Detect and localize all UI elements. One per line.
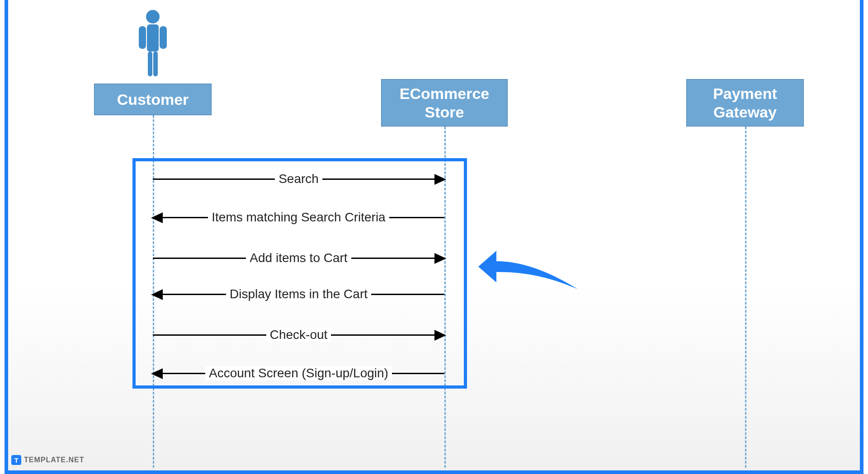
actor-ecommerce-store: ECommerce Store: [381, 79, 508, 127]
actor-ecommerce-label-1: ECommerce: [400, 84, 489, 103]
actor-ecommerce-label-2: Store: [425, 103, 464, 122]
watermark-badge-icon: T: [11, 455, 21, 465]
selection-highlight: [132, 158, 467, 389]
message-items-matching: Items matching Search Criteria: [153, 217, 444, 218]
actor-payment-gateway: Payment Gateway: [686, 79, 804, 127]
watermark-text: TEMPLATE.NET: [24, 456, 84, 464]
svg-rect-2: [139, 26, 146, 49]
actor-customer-label: Customer: [117, 90, 189, 109]
message-items-matching-label: Items matching Search Criteria: [208, 210, 389, 224]
actor-customer: Customer: [94, 84, 212, 115]
actor-payment-label-1: Payment: [713, 84, 777, 103]
callout-arrow-icon: [469, 239, 587, 294]
actor-payment-label-2: Gateway: [713, 103, 777, 122]
message-add-to-cart: Add items to Cart: [153, 258, 444, 259]
message-checkout-label: Check-out: [266, 328, 331, 342]
svg-rect-5: [153, 52, 158, 76]
message-display-cart: Display Items in the Cart: [153, 294, 444, 295]
svg-point-0: [146, 10, 160, 23]
watermark: T TEMPLATE.NET: [11, 455, 84, 465]
message-display-cart-label: Display Items in the Cart: [226, 287, 371, 301]
customer-actor-icon: [137, 9, 169, 81]
diagram-frame: Customer ECommerce Store Payment Gateway…: [5, 0, 863, 474]
lifeline-payment: [745, 127, 746, 468]
svg-rect-3: [160, 26, 167, 49]
message-add-to-cart-label: Add items to Cart: [246, 251, 351, 265]
message-account-screen-label: Account Screen (Sign-up/Login): [205, 366, 392, 380]
svg-rect-1: [147, 24, 159, 52]
message-search: Search: [153, 178, 444, 180]
message-search-label: Search: [275, 172, 322, 186]
svg-rect-4: [148, 52, 152, 76]
message-checkout: Check-out: [153, 334, 444, 336]
message-account-screen: Account Screen (Sign-up/Login): [153, 373, 444, 374]
